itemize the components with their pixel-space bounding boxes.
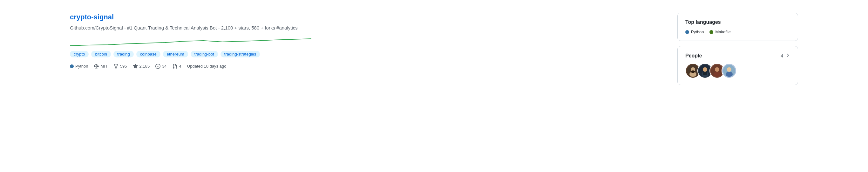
- updated-label: Updated 10 days ago: [187, 64, 226, 69]
- issues-icon: [155, 64, 160, 69]
- stars-meta[interactable]: 2,185: [133, 64, 150, 69]
- makefile-lang: Makefile: [709, 30, 731, 34]
- people-count-row: 4: [781, 53, 790, 59]
- issues-count: 34: [162, 64, 166, 69]
- chevron-right-icon[interactable]: [785, 53, 790, 59]
- language-dot: [70, 64, 74, 68]
- makefile-label: Makefile: [715, 30, 731, 34]
- languages-row: Python Makefile: [685, 30, 790, 34]
- prs-meta[interactable]: 4: [173, 64, 181, 69]
- tag-trading[interactable]: trading: [114, 51, 134, 58]
- svg-point-5: [703, 67, 707, 72]
- main-content: crypto-signal Github.com/CryptoSignal - …: [70, 0, 665, 133]
- makefile-dot: [709, 30, 713, 34]
- repo-title[interactable]: crypto-signal: [70, 13, 665, 21]
- svg-point-14: [726, 72, 733, 77]
- stars-count: 2,185: [140, 64, 150, 69]
- license-icon: [94, 64, 99, 69]
- sidebar: Top languages Python Makefile People 4: [677, 0, 798, 98]
- license-meta: MIT: [94, 64, 107, 69]
- avatar-4[interactable]: [721, 63, 737, 78]
- tags-row: crypto bitcoin trading coinbase ethereum…: [70, 51, 665, 58]
- tag-coinbase[interactable]: coinbase: [136, 51, 160, 58]
- tag-crypto[interactable]: crypto: [70, 51, 89, 58]
- pr-icon: [173, 64, 178, 69]
- people-title: People: [685, 53, 702, 59]
- svg-point-10: [715, 67, 719, 72]
- tag-trading-bot[interactable]: trading-bot: [191, 51, 218, 58]
- repo-description: Github.com/CryptoSignal - #1 Quant Tradi…: [70, 25, 318, 32]
- top-languages-card: Top languages Python Makefile: [677, 13, 798, 41]
- top-languages-title: Top languages: [685, 20, 790, 25]
- tag-ethereum[interactable]: ethereum: [163, 51, 188, 58]
- language-meta: Python: [70, 64, 88, 69]
- forks-count: 595: [120, 64, 127, 69]
- issues-meta[interactable]: 34: [155, 64, 166, 69]
- activity-graph: [70, 37, 318, 47]
- prs-count: 4: [179, 64, 181, 69]
- python-dot: [685, 30, 689, 34]
- svg-point-11: [714, 72, 720, 77]
- license-label: MIT: [100, 64, 107, 69]
- people-header: People 4: [685, 53, 790, 59]
- people-card: People 4: [677, 46, 798, 85]
- python-lang: Python: [685, 30, 704, 34]
- svg-point-13: [727, 67, 732, 72]
- language-label: Python: [75, 64, 88, 69]
- forks-icon: [114, 64, 119, 69]
- tag-bitcoin[interactable]: bitcoin: [91, 51, 111, 58]
- people-count: 4: [781, 53, 783, 58]
- svg-rect-8: [705, 72, 705, 74]
- updated-meta: Updated 10 days ago: [187, 64, 226, 69]
- avatars-row: [685, 63, 790, 78]
- forks-meta[interactable]: 595: [114, 64, 127, 69]
- meta-row: Python MIT 595: [70, 64, 665, 69]
- svg-point-3: [691, 70, 695, 73]
- python-label: Python: [691, 30, 704, 34]
- tag-trading-strategies[interactable]: trading-strategies: [220, 51, 260, 58]
- star-icon: [133, 64, 138, 69]
